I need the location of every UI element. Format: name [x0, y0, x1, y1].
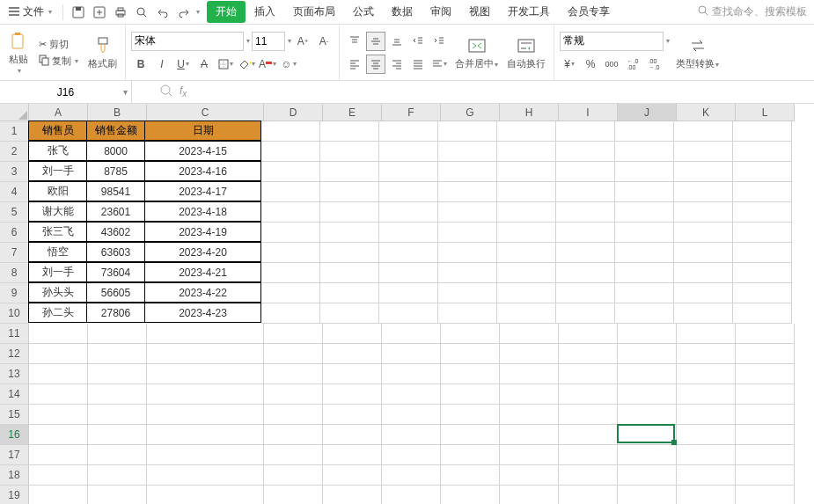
font-color-button[interactable]: A▾	[258, 55, 277, 74]
cell[interactable]	[438, 223, 497, 243]
cell[interactable]: 张三飞	[28, 222, 87, 242]
cell[interactable]	[556, 162, 615, 182]
cell[interactable]	[733, 202, 792, 223]
cell[interactable]: 2023-4-23	[144, 303, 261, 323]
strikethrough-button[interactable]: A	[194, 55, 214, 74]
cell[interactable]	[615, 263, 674, 283]
cell[interactable]	[379, 303, 438, 324]
cell[interactable]	[736, 486, 795, 504]
cell[interactable]	[736, 324, 795, 344]
cell[interactable]	[264, 465, 323, 486]
cell[interactable]	[379, 263, 438, 283]
cell[interactable]	[382, 364, 441, 384]
print-icon[interactable]	[111, 3, 130, 22]
cell[interactable]	[497, 182, 556, 202]
cell[interactable]	[674, 202, 733, 223]
cell[interactable]	[147, 465, 264, 486]
tab-视图[interactable]: 视图	[460, 1, 499, 23]
cell[interactable]	[88, 384, 147, 405]
cell[interactable]	[736, 405, 795, 425]
cut-button[interactable]: ✂剪切	[35, 37, 82, 52]
cell[interactable]	[618, 425, 677, 445]
cell[interactable]	[500, 425, 559, 445]
cell[interactable]	[438, 162, 497, 182]
cell[interactable]	[261, 182, 320, 202]
cell[interactable]	[500, 364, 559, 384]
cell[interactable]: 98541	[86, 181, 145, 201]
cell[interactable]	[733, 263, 792, 283]
row-header[interactable]: 4	[0, 182, 29, 202]
cell[interactable]	[556, 121, 615, 142]
cell[interactable]	[497, 283, 556, 303]
cell[interactable]	[497, 243, 556, 263]
wrap-text-button[interactable]: 自动换行	[504, 35, 548, 70]
cell[interactable]	[29, 486, 88, 504]
name-box-input[interactable]	[0, 86, 131, 99]
row-header[interactable]: 8	[0, 263, 29, 283]
cell[interactable]	[379, 162, 438, 182]
cell[interactable]	[88, 465, 147, 486]
cell[interactable]	[615, 223, 674, 243]
cells-area[interactable]: 销售员销售金额日期张飞80002023-4-15刘一手87852023-4-16…	[29, 121, 814, 504]
cell[interactable]	[733, 243, 792, 263]
cell[interactable]: 2023-4-20	[144, 242, 261, 262]
format-painter-button[interactable]: 格式刷	[85, 35, 120, 70]
cell[interactable]	[559, 465, 618, 486]
align-left-button[interactable]	[345, 55, 364, 74]
cell[interactable]	[556, 142, 615, 162]
row-header[interactable]: 14	[0, 384, 29, 405]
font-size-combo[interactable]	[252, 32, 285, 51]
cell[interactable]	[674, 263, 733, 283]
row-header[interactable]: 17	[0, 445, 29, 465]
row-header[interactable]: 12	[0, 344, 29, 364]
cell[interactable]	[733, 162, 792, 182]
decrease-decimal-button[interactable]: .00 →.0	[644, 55, 664, 74]
tab-审阅[interactable]: 审阅	[422, 1, 460, 23]
cell[interactable]	[320, 202, 379, 223]
cell[interactable]	[379, 182, 438, 202]
cell[interactable]	[382, 384, 441, 405]
cell[interactable]	[500, 465, 559, 486]
cell[interactable]	[677, 384, 736, 405]
cell[interactable]	[556, 283, 615, 303]
cell[interactable]	[29, 324, 88, 344]
cell[interactable]	[733, 283, 792, 303]
cell[interactable]: 2023-4-15	[144, 141, 261, 161]
cell[interactable]	[500, 344, 559, 364]
cell[interactable]: 谢大能	[28, 201, 87, 222]
cell[interactable]	[88, 344, 147, 364]
file-menu[interactable]: 文件 ▾	[4, 3, 57, 21]
cell[interactable]	[674, 303, 733, 324]
increase-indent-button[interactable]	[429, 32, 449, 51]
cell[interactable]	[736, 384, 795, 405]
cell[interactable]	[379, 243, 438, 263]
cell[interactable]	[559, 425, 618, 445]
cell[interactable]: 刘一手	[28, 262, 87, 282]
cell[interactable]: 孙二头	[28, 303, 87, 323]
print-preview-icon[interactable]	[132, 3, 151, 22]
undo-icon[interactable]	[153, 3, 172, 22]
cell[interactable]	[382, 405, 441, 425]
cell[interactable]: 56605	[86, 282, 145, 303]
cell[interactable]	[556, 303, 615, 324]
cell[interactable]	[559, 405, 618, 425]
cell[interactable]	[674, 283, 733, 303]
cell[interactable]	[261, 283, 320, 303]
cell[interactable]	[320, 303, 379, 324]
cell[interactable]	[88, 405, 147, 425]
orientation-button[interactable]: ▾	[429, 55, 449, 74]
cell[interactable]	[323, 465, 382, 486]
cell[interactable]	[677, 405, 736, 425]
cell[interactable]	[497, 202, 556, 223]
comma-button[interactable]: 000	[602, 55, 621, 74]
cell[interactable]	[147, 445, 264, 465]
cell[interactable]	[618, 324, 677, 344]
cell[interactable]	[29, 344, 88, 364]
cell[interactable]: 23601	[86, 201, 145, 222]
cell[interactable]	[147, 405, 264, 425]
cell[interactable]	[674, 223, 733, 243]
cell[interactable]	[438, 142, 497, 162]
cell[interactable]	[320, 121, 379, 142]
cell[interactable]	[29, 465, 88, 486]
cell[interactable]	[264, 344, 323, 364]
